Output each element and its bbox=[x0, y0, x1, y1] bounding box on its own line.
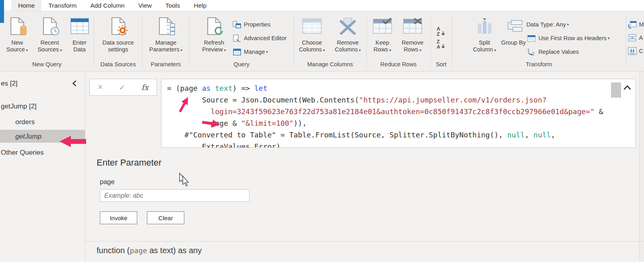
code-token: login=3243f59623e763f22d753a81e2184e01&a… bbox=[211, 107, 594, 116]
formula-code-line: login=3243f59623e763f22d753a81e2184e01&a… bbox=[167, 106, 636, 117]
formula-scrollbar-thumb[interactable] bbox=[611, 82, 621, 98]
ribbon-button-cut-m[interactable]: M bbox=[628, 18, 644, 31]
collapse-pane-icon[interactable] bbox=[72, 80, 77, 88]
ribbon-button-label: Choose Columns bbox=[299, 39, 322, 53]
sidebar-item-getjump-2-[interactable]: getJump [2] bbox=[1, 102, 37, 111]
cancel-formula-icon[interactable]: × bbox=[98, 83, 103, 92]
ribbon-group-label: New Query bbox=[32, 61, 62, 68]
ribbon-group-reduce-rows: Keep Rows▾Remove Rows▾Reduce Rows bbox=[367, 11, 430, 71]
ribbon-button-label: Group By bbox=[501, 39, 526, 46]
ribbon-button-label: Data source settings bbox=[102, 39, 134, 53]
ribbon-button-recent-sources[interactable]: Recent Sources▾ bbox=[33, 14, 67, 54]
ribbon-button-keep-rows[interactable]: Keep Rows▾ bbox=[368, 14, 396, 54]
group-by-icon bbox=[504, 14, 523, 38]
ribbon-button-cut-a[interactable]: A bbox=[628, 31, 644, 44]
ribbon-button-data-source-settings[interactable]: Data source settings bbox=[96, 14, 141, 53]
ribbon-button-label: Advanced Editor bbox=[244, 35, 287, 41]
ribbon-button-data-type[interactable]: Data Type: Any▾ bbox=[526, 18, 610, 31]
tab-home[interactable]: Home bbox=[11, 0, 41, 11]
window-accent-strip bbox=[0, 0, 4, 23]
ribbon-group-parameters: Manage Parameters▾Parameters bbox=[142, 11, 189, 71]
ribbon-button-remove-rows[interactable]: Remove Rows▾ bbox=[396, 14, 429, 54]
ribbon-group-data-sources: Data source settingsData Sources bbox=[94, 11, 142, 71]
first-row-headers-icon bbox=[526, 35, 537, 42]
sidebar-item-orders[interactable]: orders bbox=[15, 118, 35, 126]
code-token: page & bbox=[167, 119, 241, 127]
properties-icon bbox=[232, 21, 242, 29]
function-signature-token: as text) as any bbox=[147, 246, 202, 255]
ribbon-button-remove-columns[interactable]: Remove Columns▾ bbox=[330, 14, 366, 54]
ribbon-group-label: Reduce Rows bbox=[380, 61, 417, 68]
code-token: null bbox=[507, 131, 524, 139]
tab-add-column[interactable]: Add Column bbox=[83, 0, 131, 11]
ribbon-button-properties[interactable]: Properties bbox=[232, 18, 287, 31]
mouse-cursor bbox=[176, 172, 192, 188]
svg-text:1: 1 bbox=[527, 48, 530, 53]
ribbon-group-new-query: New Source▾Recent Sources▾Enter DataNew … bbox=[0, 11, 94, 71]
sidebar-selected-row bbox=[0, 130, 85, 143]
ribbon-button-enter-data[interactable]: Enter Data bbox=[67, 14, 92, 53]
formula-code-line: page & "&limit=100")), bbox=[167, 117, 636, 129]
tab-tools[interactable]: Tools bbox=[159, 0, 187, 11]
sidebar-item-other-queries[interactable]: Other Queries bbox=[1, 149, 44, 157]
ribbon-button-replace-values[interactable]: 12Replace Values bbox=[526, 45, 610, 59]
tab-help[interactable]: Help bbox=[187, 0, 213, 11]
ribbon-button-new-source[interactable]: New Source▾ bbox=[2, 14, 33, 54]
code-token bbox=[211, 84, 215, 92]
svg-text:Z: Z bbox=[437, 31, 440, 37]
new-source-icon bbox=[10, 14, 25, 38]
ribbon-button-label: Use First Row as Headers bbox=[539, 35, 607, 41]
ribbon-button-advanced-editor[interactable]: Advanced Editor bbox=[232, 31, 287, 45]
code-token: as bbox=[202, 84, 211, 92]
dropdown-caret-icon: ▾ bbox=[494, 48, 496, 52]
formula-input[interactable]: = (page as text) => let Source = Json.Do… bbox=[161, 79, 636, 148]
ribbon-button-cut-c[interactable]: C bbox=[628, 44, 644, 57]
dropdown-caret-icon: ▾ bbox=[389, 48, 391, 52]
svg-text:A: A bbox=[437, 44, 440, 49]
replace-values-icon: 12 bbox=[526, 48, 537, 56]
dropdown-caret-icon: ▾ bbox=[419, 48, 421, 52]
ribbon-button-label: Recent Sources bbox=[37, 39, 59, 53]
clear-button[interactable]: Clear bbox=[147, 211, 184, 224]
ribbon-button-choose-columns[interactable]: Choose Columns▾ bbox=[294, 14, 330, 54]
ribbon-button-sort-ascending[interactable]: AZ bbox=[437, 26, 446, 37]
dropdown-caret-icon: ▾ bbox=[608, 36, 610, 40]
dropdown-caret-icon: ▾ bbox=[323, 48, 325, 52]
formula-code-line: = (page as text) => let bbox=[167, 82, 636, 94]
svg-text:A: A bbox=[437, 26, 440, 32]
ribbon-button-label: Refresh Preview bbox=[202, 39, 224, 53]
section-divider bbox=[85, 241, 644, 242]
refresh-preview-icon bbox=[207, 14, 221, 38]
remove-rows-icon bbox=[403, 14, 422, 38]
ribbon-button-split-column[interactable]: Split Column▾ bbox=[469, 14, 501, 54]
collapse-formula-bar-icon[interactable] bbox=[623, 85, 632, 90]
sidebar-item-getjump[interactable]: getJump bbox=[15, 133, 41, 141]
code-token: & bbox=[594, 107, 603, 116]
ribbon-button-use-first-row-as-headers[interactable]: Use First Row as Headers▾ bbox=[526, 31, 610, 45]
invoke-button[interactable]: Invoke bbox=[100, 211, 137, 224]
append-queries-icon bbox=[628, 34, 637, 42]
ribbon-button-manage-parameters[interactable]: Manage Parameters▾ bbox=[143, 14, 188, 54]
tab-view[interactable]: View bbox=[132, 0, 159, 11]
power-query-editor-window: HomeTransformAdd ColumnViewToolsHelp New… bbox=[0, 0, 644, 262]
window-scrollbar-track[interactable] bbox=[639, 72, 644, 262]
code-token: "https://api.jumpseller.com/v1/orders.js… bbox=[359, 96, 547, 104]
ribbon-button-label: Keep Rows bbox=[374, 39, 389, 53]
tab-transform[interactable]: Transform bbox=[41, 0, 83, 11]
keep-rows-icon bbox=[373, 14, 392, 38]
ribbon-cut-letter: A bbox=[639, 35, 643, 41]
enter-data-icon bbox=[70, 14, 89, 38]
parameter-page-input[interactable] bbox=[100, 189, 250, 202]
commit-formula-icon[interactable]: ✓ bbox=[119, 84, 126, 91]
ribbon-button-refresh-preview[interactable]: Refresh Preview▾ bbox=[196, 14, 232, 54]
choose-columns-icon bbox=[302, 14, 322, 38]
ribbon-button-group-by[interactable]: Group By bbox=[501, 14, 526, 46]
dropdown-caret-icon: ▾ bbox=[60, 48, 62, 52]
ribbon-button-manage[interactable]: Manage▾ bbox=[232, 45, 287, 59]
ribbon-group-label: Sort bbox=[436, 61, 447, 68]
advanced-editor-icon bbox=[232, 35, 242, 42]
ribbon: New Source▾Recent Sources▾Enter DataNew … bbox=[0, 11, 644, 72]
code-token: ) => bbox=[233, 84, 254, 92]
ribbon-button-sort-descending[interactable]: ZA bbox=[437, 39, 446, 50]
ribbon-group-combine-cut: MAC bbox=[626, 11, 644, 71]
